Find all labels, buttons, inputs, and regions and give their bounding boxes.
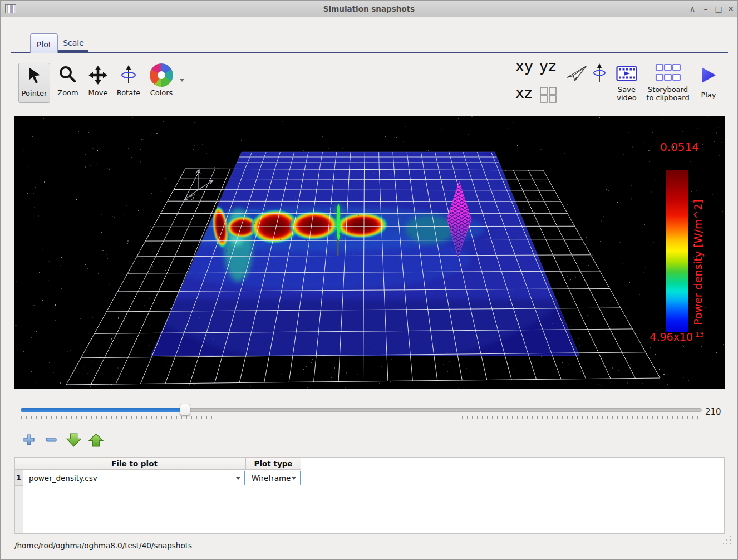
shade-button[interactable]: ∧ xyxy=(687,3,698,14)
quad-view-icon[interactable] xyxy=(539,86,557,105)
colorbar-axis-label: Power density [W/m^2] xyxy=(692,190,704,335)
paper-plane-icon[interactable] xyxy=(565,64,588,85)
plot-canvas[interactable]: 0.0514 4.96x10-13 Power density [W/m^2] xyxy=(14,116,725,389)
colorbar-min-label: 4.96x10-13 xyxy=(638,331,716,343)
tab-rule xyxy=(11,52,728,53)
view-yz-button[interactable]: yz xyxy=(539,57,556,75)
save-video-icon[interactable] xyxy=(616,63,637,86)
title-bar: Simulation snapshots ∧ – □ ✕ xyxy=(1,1,737,17)
window-title: Simulation snapshots xyxy=(1,4,737,13)
file-to-plot-combobox[interactable]: power_density.csv xyxy=(24,471,245,485)
maximize-button[interactable]: □ xyxy=(713,3,724,14)
storyboard-icon[interactable] xyxy=(655,63,682,86)
close-button[interactable]: ✕ xyxy=(725,3,736,14)
zoom-label: Zoom xyxy=(53,89,83,97)
colorbar-max-label: 0.0514 xyxy=(652,140,707,154)
rotate-icon xyxy=(114,63,144,87)
scale-tab-underline xyxy=(58,50,88,52)
minus-icon xyxy=(45,433,58,446)
plot-files-table: File to plot Plot type 1 power_density.c… xyxy=(14,457,725,534)
pointer-icon xyxy=(19,63,50,88)
colorbar xyxy=(666,170,688,332)
move-button[interactable]: Move xyxy=(84,63,112,103)
colors-icon xyxy=(145,63,178,87)
zoom-button[interactable]: Zoom xyxy=(53,63,83,103)
storyboard-label[interactable]: Storyboard to clipboard xyxy=(639,85,696,102)
app-window: Simulation snapshots ∧ – □ ✕ Plot Scale … xyxy=(0,0,738,560)
minimize-button[interactable]: – xyxy=(700,3,711,14)
chevron-down-icon xyxy=(292,477,296,480)
frame-slider-handle[interactable] xyxy=(180,404,190,416)
pointer-button[interactable]: Pointer xyxy=(18,63,50,103)
play-label[interactable]: Play xyxy=(697,91,720,99)
row-number-cell: 1 xyxy=(15,470,23,486)
slider-ticks xyxy=(21,416,702,419)
slider-value: 210 xyxy=(705,407,721,417)
view-xy-button[interactable]: xy xyxy=(515,57,533,75)
plot-scene xyxy=(14,116,725,389)
colors-label: Colors xyxy=(145,89,178,97)
move-row-up-button[interactable] xyxy=(87,431,104,448)
colors-dropdown-caret[interactable] xyxy=(180,79,184,82)
save-video-label[interactable]: Save video xyxy=(609,85,644,102)
status-path: /home/rod/oghma/oghma8.0/test/40/snapsho… xyxy=(14,541,192,550)
chevron-down-icon xyxy=(236,477,240,480)
plot-type-header: Plot type xyxy=(246,458,301,470)
add-row-button[interactable] xyxy=(21,431,37,448)
rotate-label: Rotate xyxy=(114,89,144,97)
plus-icon xyxy=(22,433,36,446)
file-to-plot-header: File to plot xyxy=(23,458,246,470)
plot-type-value: Wireframe xyxy=(252,474,291,483)
frame-slider-fill xyxy=(21,408,185,412)
zoom-icon xyxy=(53,63,83,87)
tab-scale[interactable]: Scale xyxy=(60,36,87,50)
pointer-label: Pointer xyxy=(19,89,50,97)
arrow-down-icon xyxy=(66,433,81,448)
move-icon xyxy=(84,63,112,87)
colors-button[interactable]: Colors xyxy=(145,63,178,103)
plot-type-combobox[interactable]: Wireframe xyxy=(247,471,301,485)
rotate-axis-icon[interactable] xyxy=(592,63,607,87)
rotate-button[interactable]: Rotate xyxy=(114,63,144,103)
remove-row-button[interactable] xyxy=(43,431,60,448)
view-xz-button[interactable]: xz xyxy=(515,84,532,101)
tab-plot[interactable]: Plot xyxy=(30,33,58,53)
move-row-down-button[interactable] xyxy=(65,431,82,448)
row-number-header xyxy=(15,458,23,470)
move-label: Move xyxy=(84,89,112,97)
play-icon[interactable] xyxy=(700,66,717,86)
file-to-plot-value: power_density.csv xyxy=(29,474,97,483)
arrow-up-icon xyxy=(88,433,104,448)
